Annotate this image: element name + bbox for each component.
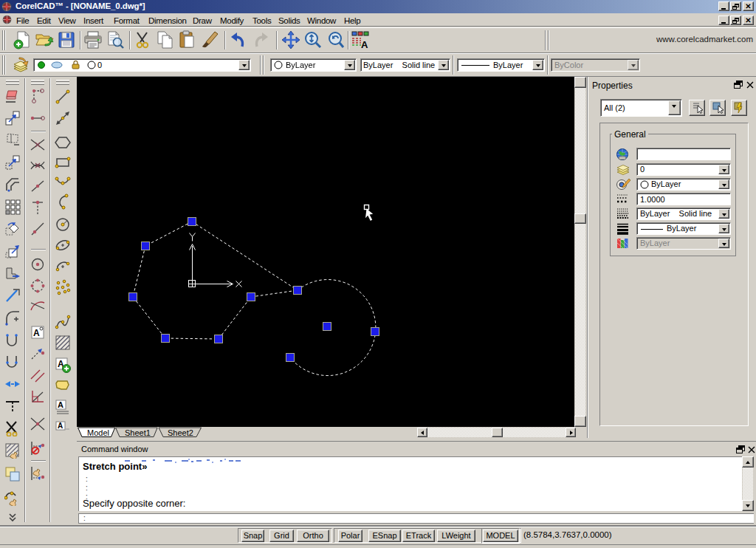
svg-text:A: A (58, 422, 63, 430)
svg-text:A: A (361, 39, 368, 49)
svg-text:A: A (58, 400, 63, 409)
svg-text:Sheet1: Sheet1 (125, 428, 151, 437)
svg-text:A: A (33, 328, 40, 338)
svg-text:Model: Model (87, 428, 109, 437)
svg-text:Sheet2: Sheet2 (168, 428, 193, 437)
